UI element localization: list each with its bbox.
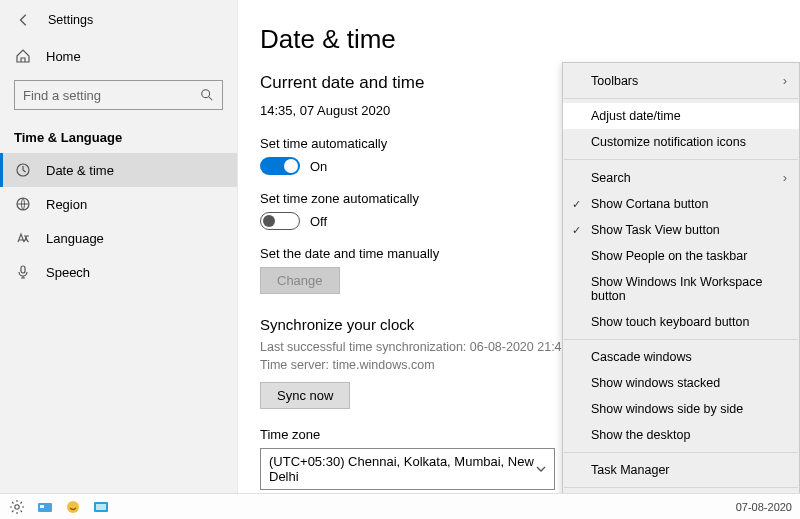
sync-now-button[interactable]: Sync now <box>260 382 350 409</box>
app-icon-3[interactable] <box>92 498 110 516</box>
taskbar-icons <box>8 498 110 516</box>
ctx-adjust-date-time[interactable]: Adjust date/time <box>563 103 799 129</box>
change-button[interactable]: Change <box>260 267 340 294</box>
ctx-task-manager[interactable]: Task Manager <box>563 457 799 483</box>
home-link[interactable]: Home <box>0 40 237 72</box>
svg-rect-7 <box>40 505 44 508</box>
ctx-side-by-side[interactable]: Show windows side by side <box>563 396 799 422</box>
titlebar: Settings <box>0 6 237 40</box>
search-field[interactable] <box>23 88 200 103</box>
ctx-customize-icons[interactable]: Customize notification icons <box>563 129 799 155</box>
nav-item-label: Region <box>46 197 87 212</box>
toggle-state: On <box>310 159 327 174</box>
settings-window: Settings Home Time & Language Date & tim… <box>0 0 800 493</box>
app-icon-1[interactable] <box>36 498 54 516</box>
toggle-switch-off[interactable] <box>260 212 300 230</box>
home-label: Home <box>46 49 81 64</box>
ctx-search[interactable]: Search › <box>563 164 799 191</box>
nav-region[interactable]: Region <box>0 187 237 221</box>
chevron-down-icon <box>536 464 546 474</box>
window-title: Settings <box>48 13 93 27</box>
microphone-icon <box>14 264 32 280</box>
page-title: Date & time <box>260 24 800 55</box>
tray-datetime[interactable]: 07-08-2020 <box>736 501 792 513</box>
svg-point-5 <box>15 504 19 508</box>
svg-point-8 <box>67 501 79 513</box>
nav-date-time[interactable]: Date & time <box>0 153 237 187</box>
ctx-show-desktop[interactable]: Show the desktop <box>563 422 799 448</box>
ctx-show-touchkb[interactable]: Show touch keyboard button <box>563 309 799 335</box>
svg-rect-10 <box>96 504 106 510</box>
nav-language[interactable]: Language <box>0 221 237 255</box>
language-icon <box>14 230 32 246</box>
svg-point-0 <box>202 90 210 98</box>
search-icon <box>200 88 214 102</box>
nav-speech[interactable]: Speech <box>0 255 237 289</box>
nav-list: Date & time Region Language Speech <box>0 153 237 289</box>
app-icon-2[interactable] <box>64 498 82 516</box>
ctx-show-taskview[interactable]: Show Task View button <box>563 217 799 243</box>
ctx-toolbars[interactable]: Toolbars › <box>563 67 799 94</box>
ctx-cascade[interactable]: Cascade windows <box>563 344 799 370</box>
ctx-stacked[interactable]: Show windows stacked <box>563 370 799 396</box>
home-icon <box>14 48 32 64</box>
settings-taskbar-icon[interactable] <box>8 498 26 516</box>
timezone-select[interactable]: (UTC+05:30) Chennai, Kolkata, Mumbai, Ne… <box>260 448 555 490</box>
timezone-value: (UTC+05:30) Chennai, Kolkata, Mumbai, Ne… <box>269 454 536 484</box>
clock-icon <box>14 162 32 178</box>
section-heading: Time & Language <box>0 118 237 153</box>
nav-item-label: Language <box>46 231 104 246</box>
taskbar[interactable]: 07-08-2020 <box>0 493 800 519</box>
globe-icon <box>14 196 32 212</box>
svg-rect-3 <box>21 266 25 273</box>
ctx-show-people[interactable]: Show People on the taskbar <box>563 243 799 269</box>
back-button[interactable] <box>14 10 34 30</box>
chevron-right-icon: › <box>783 73 787 88</box>
toggle-state: Off <box>310 214 327 229</box>
toggle-switch-on[interactable] <box>260 157 300 175</box>
search-input[interactable] <box>14 80 223 110</box>
nav-item-label: Speech <box>46 265 90 280</box>
ctx-show-ink[interactable]: Show Windows Ink Workspace button <box>563 269 799 309</box>
taskbar-context-menu: Toolbars › Adjust date/time Customize no… <box>562 62 800 519</box>
system-tray[interactable]: 07-08-2020 <box>736 501 792 513</box>
nav-item-label: Date & time <box>46 163 114 178</box>
ctx-show-cortana[interactable]: Show Cortana button <box>563 191 799 217</box>
chevron-right-icon: › <box>783 170 787 185</box>
sidebar: Settings Home Time & Language Date & tim… <box>0 0 238 493</box>
